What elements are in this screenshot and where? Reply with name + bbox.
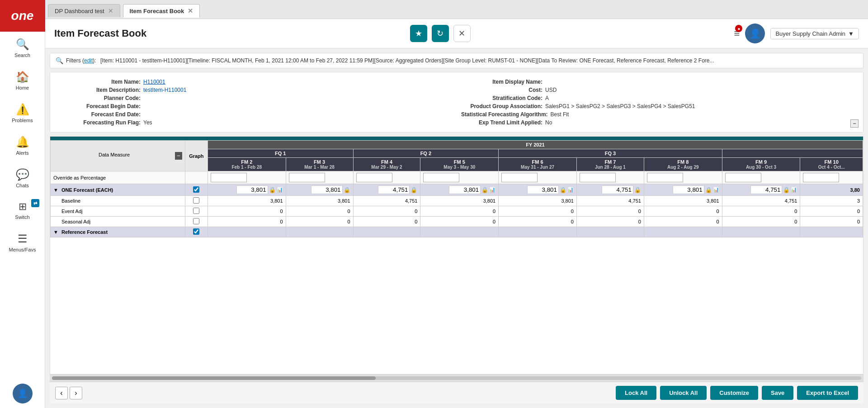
- lock-all-button[interactable]: Lock All: [616, 386, 656, 400]
- override-fm3[interactable]: [286, 171, 353, 184]
- override-fm2[interactable]: [208, 171, 286, 184]
- close-tab-forecast[interactable]: ✕: [188, 7, 193, 14]
- search-icon: 🔍: [16, 38, 29, 51]
- one-forecast-input-fm6[interactable]: [527, 185, 559, 194]
- chart-icon-fm8[interactable]: 📊: [713, 187, 719, 193]
- seasonal-adj-checkbox[interactable]: [193, 218, 199, 224]
- override-fm4[interactable]: [353, 171, 420, 184]
- override-input-fm4[interactable]: [356, 173, 392, 182]
- override-fm6[interactable]: [499, 171, 577, 184]
- event-adj-fm7: 0: [576, 206, 644, 217]
- close-button[interactable]: ✕: [453, 25, 471, 42]
- nav-prev-button[interactable]: ‹: [55, 387, 68, 399]
- sidebar-item-menus[interactable]: ☰ Menus/Favs: [0, 226, 45, 259]
- refresh-button[interactable]: ↻: [432, 25, 449, 42]
- user-avatar-sidebar[interactable]: 👤: [13, 384, 33, 403]
- lock-icon-fm2[interactable]: 🔒: [269, 187, 276, 193]
- one-forecast-input-fm5[interactable]: [449, 185, 481, 194]
- seasonal-adj-fm4: 0: [353, 217, 420, 227]
- seasonal-adj-fm5: 0: [420, 217, 499, 227]
- unlock-all-button[interactable]: Unlock All: [660, 386, 707, 400]
- override-input-fm9[interactable]: [725, 173, 761, 182]
- one-forecast-input-fm9[interactable]: [750, 185, 782, 194]
- sidebar-item-chats[interactable]: 💬 Chats: [0, 162, 45, 195]
- close-tab-dp[interactable]: ✕: [108, 7, 113, 14]
- baseline-fm3: 3,801: [286, 196, 353, 206]
- tab-dp-dashboard[interactable]: DP Dashboard test ✕: [48, 4, 120, 17]
- chart-icon-fm5[interactable]: 📊: [489, 187, 495, 193]
- one-forecast-input-fm7[interactable]: [602, 185, 633, 194]
- lock-icon-fm7[interactable]: 🔒: [634, 187, 641, 193]
- customize-button[interactable]: Customize: [710, 386, 758, 400]
- sidebar-item-switch[interactable]: ⊞ Switch ⇄: [0, 195, 45, 226]
- scroll-track[interactable]: [52, 376, 861, 380]
- info-row-forecast-begin: Forecast Begin Date:: [59, 102, 452, 110]
- nav-next-button[interactable]: ›: [70, 387, 82, 399]
- lock-icon-fm3[interactable]: 🔒: [344, 187, 350, 193]
- user-dropdown[interactable]: Buyer Supply Chain Admin ▼: [770, 28, 859, 39]
- event-adj-checkbox[interactable]: [193, 208, 199, 214]
- baseline-fm6: 3,801: [499, 196, 577, 206]
- override-fm7[interactable]: [576, 171, 644, 184]
- fm5-header: FM 5 May 3 - May 30: [420, 158, 499, 171]
- sidebar-item-home[interactable]: 🏠 Home: [0, 64, 45, 97]
- lock-icon-fm6[interactable]: 🔒: [560, 187, 566, 193]
- override-fm8[interactable]: [644, 171, 722, 184]
- lock-icon-fm5[interactable]: 🔒: [481, 187, 488, 193]
- one-forecast-input-fm4[interactable]: [378, 185, 410, 194]
- filter-icon: 🔍: [56, 57, 63, 64]
- favorite-button[interactable]: ★: [410, 25, 427, 42]
- filter-text: [Item: H110001 - testItem-H110001][Timel…: [100, 57, 714, 64]
- sidebar-item-search[interactable]: 🔍 Search: [0, 32, 45, 64]
- override-fm9[interactable]: [722, 171, 800, 184]
- fm9-header: FM 9 Aug 30 - Oct 3: [722, 158, 800, 171]
- filter-edit-link[interactable]: edit: [84, 57, 93, 64]
- tab-item-forecast[interactable]: Item Forecast Book ✕: [123, 4, 200, 18]
- user-avatar[interactable]: 👤: [745, 24, 765, 43]
- override-input-fm3[interactable]: [289, 173, 325, 182]
- baseline-fm2: 3,801: [208, 196, 286, 206]
- horizontal-scrollbar[interactable]: [50, 374, 863, 381]
- save-button[interactable]: Save: [762, 386, 793, 400]
- baseline-checkbox[interactable]: [193, 197, 199, 204]
- export-excel-button[interactable]: Export to Excel: [797, 386, 858, 400]
- forecast-table-section: Data Measure − Graph FY 2021 FQ 1 FQ 2 F…: [50, 136, 863, 382]
- notification-badge: ●: [735, 25, 742, 32]
- override-input-fm5[interactable]: [423, 173, 459, 182]
- sidebar-item-problems[interactable]: ⚠️ Problems: [0, 97, 45, 129]
- override-input-fm6[interactable]: [501, 173, 538, 182]
- override-input-fm8[interactable]: [647, 173, 683, 182]
- chart-icon-fm9[interactable]: 📊: [791, 187, 797, 193]
- lock-icon-fm8[interactable]: 🔒: [705, 187, 712, 193]
- chart-icon-fm6[interactable]: 📊: [567, 187, 574, 193]
- reference-forecast-expand[interactable]: ▼: [53, 229, 58, 235]
- filter-bar: 🔍 Filters (edit): [Item: H110001 - testI…: [50, 53, 863, 68]
- one-forecast-graph-cell: [185, 184, 208, 196]
- scroll-thumb[interactable]: [52, 376, 376, 380]
- notification-area[interactable]: ≡ ●: [734, 28, 740, 39]
- lock-icon-fm4[interactable]: 🔒: [410, 187, 417, 193]
- override-input-fm10[interactable]: [803, 173, 839, 182]
- header-right: ≡ ● 👤 Buyer Supply Chain Admin ▼: [734, 24, 859, 43]
- forecast-table-wrap[interactable]: Data Measure − Graph FY 2021 FQ 1 FQ 2 F…: [50, 140, 863, 374]
- fq-more-header: [722, 149, 863, 158]
- override-input-fm7[interactable]: [580, 173, 616, 182]
- ref-fm8: [644, 227, 722, 237]
- ref-fm7: [576, 227, 644, 237]
- app-logo[interactable]: one: [0, 0, 45, 32]
- override-fm5[interactable]: [420, 171, 499, 184]
- collapse-button[interactable]: −: [850, 119, 859, 128]
- one-forecast-input-fm2[interactable]: [236, 185, 268, 194]
- one-forecast-checkbox[interactable]: [193, 186, 199, 193]
- info-row-item-desc: Item Description: testItem-H110001: [59, 86, 452, 94]
- one-forecast-input-fm8[interactable]: [673, 185, 704, 194]
- one-forecast-input-fm3[interactable]: [311, 185, 343, 194]
- one-forecast-expand[interactable]: ▼: [53, 187, 58, 193]
- override-fm10[interactable]: [800, 171, 863, 184]
- sidebar-item-alerts[interactable]: 🔔 Alerts: [0, 129, 45, 162]
- reference-forecast-checkbox[interactable]: [193, 228, 199, 235]
- chart-icon-fm2[interactable]: 📊: [277, 187, 283, 193]
- lock-icon-fm9[interactable]: 🔒: [783, 187, 790, 193]
- collapse-col-btn[interactable]: −: [175, 152, 182, 160]
- override-input-fm2[interactable]: [211, 173, 247, 182]
